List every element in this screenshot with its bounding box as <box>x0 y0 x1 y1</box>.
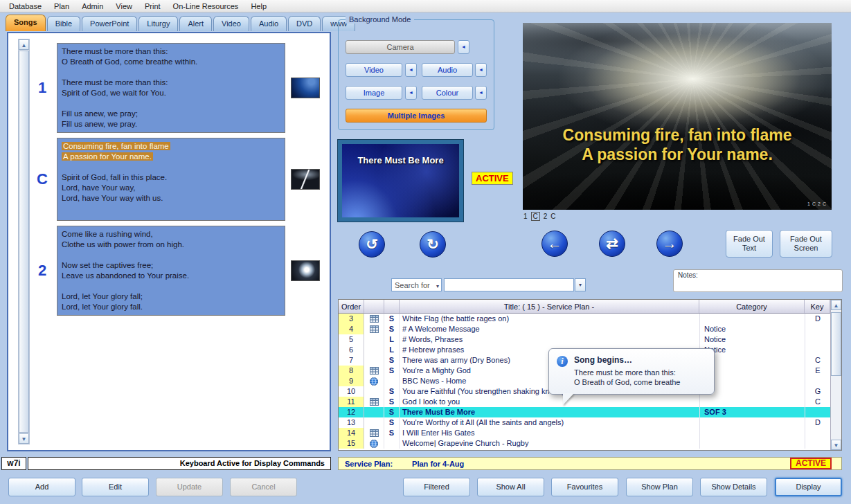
slide-thumbnail-moon[interactable] <box>291 260 320 281</box>
slide-lyrics-block[interactable]: Consuming fire, fan into flameA passion … <box>57 138 285 221</box>
slide-lyrics-block[interactable]: Come like a rushing wind,Clothe us with … <box>57 226 285 316</box>
camera-button[interactable]: Camera <box>346 40 455 54</box>
order-cell: 13 <box>339 417 364 428</box>
sequence-item: C <box>823 201 826 206</box>
notes-field[interactable]: Notes: <box>673 269 843 292</box>
table-row[interactable]: 15Welcome| Grapevine Church - Rugby <box>339 438 841 449</box>
title-cell: You're Worthy of it All (All the saints … <box>400 417 699 428</box>
fade-out-text-button[interactable]: Fade Out Text <box>726 230 773 258</box>
menu-item-print[interactable]: Print <box>138 1 167 11</box>
tab-liturgy[interactable]: Liturgy <box>138 16 178 31</box>
show-plan-button[interactable]: Show Plan <box>626 478 693 496</box>
search-for-dropdown[interactable]: Search for <box>391 278 442 291</box>
multiple-images-button[interactable]: Multiple Images <box>346 109 487 123</box>
preview-song-title: There Must Be More <box>342 155 459 165</box>
tab-video[interactable]: Video <box>213 16 249 31</box>
lyrics-scrollbar[interactable]: ▲ ▼ <box>18 39 30 444</box>
tab-powerpoint[interactable]: PowerPoint <box>82 16 137 31</box>
table-row[interactable]: 4S# A Welcome MessageNotice <box>339 324 841 334</box>
filtered-button[interactable]: Filtered <box>403 478 470 496</box>
slide-thumbnail-blue-gradient[interactable] <box>291 78 320 98</box>
add-button[interactable]: Add <box>8 478 75 496</box>
video-arrow-button[interactable] <box>405 63 417 77</box>
grid-icon <box>364 428 384 438</box>
show-details-button[interactable]: Show Details <box>700 478 767 496</box>
video-button[interactable]: Video <box>346 63 402 77</box>
live-output-screen[interactable]: Consuming fire, fan into flame A passion… <box>523 23 832 210</box>
lyric-line: Lord, let Your glory fall; <box>62 291 280 302</box>
scrollbar-thumb[interactable] <box>19 51 29 433</box>
table-row[interactable]: 12SThere Must Be MoreSOF 3 <box>339 407 841 417</box>
audio-arrow-button[interactable] <box>475 63 487 77</box>
tab-alert[interactable]: Alert <box>179 16 212 31</box>
table-row[interactable]: 3SWhite Flag (the battle rages on)D <box>339 314 841 324</box>
menu-item-plan[interactable]: Plan <box>48 1 75 11</box>
table-row[interactable]: 14SI Will Enter His Gates <box>339 428 841 438</box>
type-cell: S <box>384 314 400 324</box>
image-arrow-button[interactable] <box>405 86 417 100</box>
menu-item-admin[interactable]: Admin <box>75 1 109 11</box>
colour-button[interactable]: Colour <box>422 86 473 100</box>
tab-songs[interactable]: Songs <box>6 15 46 31</box>
tab-dvd[interactable]: DVD <box>288 16 321 31</box>
edit-button[interactable]: Edit <box>82 478 149 496</box>
header-key[interactable]: Key <box>805 300 830 313</box>
search-input[interactable] <box>444 278 574 291</box>
slide-row-2[interactable]: 2Come like a rushing wind,Clothe us with… <box>33 226 324 316</box>
previous-slide-icon[interactable]: ↺ <box>359 231 385 258</box>
table-header[interactable]: Order Title: ( 15 ) - Service Plan - Cat… <box>339 300 841 314</box>
tooltip-line-2: O Breath of God, come breathe <box>574 377 707 387</box>
next-slide-icon[interactable]: ↻ <box>420 231 446 258</box>
slide-thumbnail-lightning[interactable] <box>291 169 320 190</box>
table-scroll-up-icon[interactable]: ▲ <box>831 300 841 310</box>
update-button: Update <box>156 478 223 496</box>
menu-item-view[interactable]: View <box>109 1 138 11</box>
preview-monitor[interactable]: There Must Be More <box>338 140 463 222</box>
sequence-item: C <box>531 212 540 221</box>
back-arrow-icon[interactable]: ← <box>541 231 568 257</box>
show-all-button[interactable]: Show All <box>477 478 544 496</box>
header-media[interactable] <box>364 300 384 313</box>
table-scrollbar-thumb[interactable] <box>831 312 841 376</box>
menu-item-on-line-resources[interactable]: On-Line Resources <box>167 1 245 11</box>
fade-out-screen-button[interactable]: Fade Out Screen <box>780 230 832 258</box>
info-icon: i <box>557 356 568 367</box>
menu-item-database[interactable]: Database <box>3 1 48 11</box>
grid-icon <box>364 397 384 407</box>
table-scroll-down-icon[interactable]: ▼ <box>831 440 841 450</box>
media-cell <box>364 334 384 345</box>
header-type[interactable] <box>384 300 400 313</box>
slide-row-1[interactable]: 1There must be more than this:O Breath o… <box>33 43 324 133</box>
scroll-down-icon[interactable]: ▼ <box>19 433 29 444</box>
tab-bible[interactable]: Bible <box>47 16 80 31</box>
image-button[interactable]: Image <box>346 86 402 100</box>
slide-row-c[interactable]: CConsuming fire, fan into flameA passion… <box>33 138 324 221</box>
camera-arrow-button[interactable] <box>458 40 469 54</box>
type-cell: L <box>384 334 400 345</box>
table-row[interactable]: 13SYou're Worthy of it All (All the sain… <box>339 417 841 428</box>
header-order[interactable]: Order <box>339 300 364 313</box>
loop-refresh-icon[interactable]: ⇄ <box>599 231 625 257</box>
key-cell <box>805 376 830 386</box>
colour-arrow-button[interactable] <box>475 86 487 100</box>
header-title[interactable]: Title: ( 15 ) - Service Plan - <box>400 300 699 313</box>
slide-lyrics-block[interactable]: There must be more than this:O Breath of… <box>57 43 285 133</box>
table-row[interactable]: 11SGod I look to youC <box>339 397 841 407</box>
favourites-button[interactable]: Favourites <box>551 478 618 496</box>
tooltip-line-1: There must be more than this: <box>574 368 707 377</box>
tab-audio[interactable]: Audio <box>251 16 287 31</box>
scroll-up-icon[interactable]: ▲ <box>19 39 29 50</box>
lyric-line: Come like a rushing wind, <box>62 229 280 240</box>
notes-label: Notes: <box>678 271 698 279</box>
menu-item-help[interactable]: Help <box>244 1 273 11</box>
table-scrollbar[interactable]: ▲ ▼ <box>830 300 841 450</box>
header-category[interactable]: Category <box>699 300 805 313</box>
table-row[interactable]: 5L# Words, PhrasesNotice <box>339 334 841 345</box>
forward-arrow-icon[interactable]: → <box>656 231 683 257</box>
key-cell <box>805 345 830 355</box>
type-cell: S <box>384 386 400 397</box>
display-button[interactable]: Display <box>775 478 842 496</box>
tab-bar: SongsBiblePowerPointLiturgyAlertVideoAud… <box>6 15 355 31</box>
search-history-arrow-button[interactable] <box>575 278 586 291</box>
audio-button[interactable]: Audio <box>422 63 473 77</box>
